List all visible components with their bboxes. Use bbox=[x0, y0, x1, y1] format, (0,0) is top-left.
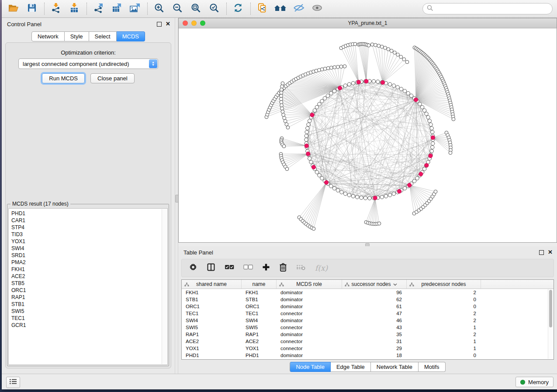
tab-select[interactable]: Select bbox=[89, 31, 117, 41]
mcds-result-list[interactable]: PHD1CAR1STP4TID3YOX1SWI4SRD1PMA2FKH1ACE2… bbox=[8, 208, 168, 365]
network-node[interactable] bbox=[396, 53, 400, 56]
tab-edge-table[interactable]: Edge Table bbox=[331, 362, 371, 372]
network-node[interactable] bbox=[392, 192, 395, 196]
mcds-result-item[interactable]: FKH1 bbox=[11, 266, 26, 273]
table-row[interactable]: FKH1FKH1dominator962 bbox=[182, 289, 554, 296]
column-header-name[interactable]: name bbox=[242, 280, 277, 289]
network-node[interactable] bbox=[323, 67, 327, 71]
network-node[interactable] bbox=[387, 48, 390, 51]
network-node[interactable] bbox=[329, 66, 333, 69]
node-table[interactable]: shared namenameMCDS rolesuccessor nodesp… bbox=[181, 279, 554, 360]
mcds-dominator-node[interactable] bbox=[373, 196, 377, 200]
mcds-dominator-node[interactable] bbox=[306, 152, 310, 156]
mcds-result-item[interactable]: SWI4 bbox=[11, 245, 26, 252]
optimization-criterion-select[interactable]: largest connected component (undirected)… bbox=[18, 58, 158, 69]
mcds-dominator-node[interactable] bbox=[397, 189, 401, 193]
network-node[interactable] bbox=[449, 151, 452, 155]
network-node[interactable] bbox=[280, 85, 284, 88]
mcds-result-item[interactable]: STP4 bbox=[11, 224, 26, 231]
table-row[interactable]: ACE2ACE2connector311 bbox=[182, 338, 554, 345]
export-network-button[interactable] bbox=[91, 2, 106, 16]
network-node[interactable] bbox=[380, 45, 384, 48]
mcds-result-item[interactable]: RAP1 bbox=[11, 294, 26, 301]
zoom-out-button[interactable] bbox=[170, 2, 185, 16]
network-node[interactable] bbox=[280, 100, 283, 104]
network-node[interactable] bbox=[329, 91, 333, 95]
network-node[interactable] bbox=[360, 196, 363, 199]
network-node[interactable] bbox=[425, 112, 428, 116]
network-node[interactable] bbox=[380, 195, 384, 199]
tab-style[interactable]: Style bbox=[65, 31, 89, 41]
network-node[interactable] bbox=[393, 51, 396, 55]
float-panel-icon[interactable] bbox=[157, 22, 162, 27]
hide-selected-button[interactable] bbox=[291, 2, 306, 16]
network-node[interactable] bbox=[343, 65, 346, 68]
network-node[interactable] bbox=[305, 130, 308, 134]
network-node[interactable] bbox=[283, 116, 286, 120]
network-node[interactable] bbox=[280, 88, 284, 91]
network-node[interactable] bbox=[426, 116, 430, 119]
network-node[interactable] bbox=[351, 81, 355, 85]
mcds-dominator-node[interactable] bbox=[414, 98, 418, 102]
mcds-result-item[interactable]: GCR1 bbox=[11, 322, 26, 329]
network-node[interactable] bbox=[315, 105, 318, 109]
network-node[interactable] bbox=[280, 107, 284, 110]
network-node[interactable] bbox=[282, 144, 286, 148]
mcds-dominator-node[interactable] bbox=[425, 163, 429, 167]
network-node[interactable] bbox=[332, 186, 336, 190]
network-node[interactable] bbox=[318, 102, 321, 106]
mcds-result-item[interactable]: SRD1 bbox=[11, 252, 26, 259]
network-node[interactable] bbox=[434, 190, 437, 193]
network-node[interactable] bbox=[452, 117, 455, 121]
network-node[interactable] bbox=[412, 179, 416, 183]
show-panels-button[interactable] bbox=[6, 377, 20, 388]
network-node[interactable] bbox=[372, 79, 375, 83]
mcds-result-item[interactable]: TID3 bbox=[11, 231, 26, 238]
network-node[interactable] bbox=[388, 83, 391, 86]
network-node[interactable] bbox=[280, 97, 283, 101]
network-node[interactable] bbox=[285, 123, 288, 126]
show-column-button[interactable] bbox=[207, 263, 215, 273]
network-node[interactable] bbox=[343, 84, 347, 87]
network-node[interactable] bbox=[336, 189, 339, 192]
import-table-button[interactable] bbox=[67, 2, 82, 16]
network-node[interactable] bbox=[332, 89, 336, 93]
network-node[interactable] bbox=[399, 87, 403, 91]
export-table-button[interactable] bbox=[109, 2, 124, 16]
network-node[interactable] bbox=[307, 123, 310, 126]
export-image-button[interactable] bbox=[128, 2, 142, 16]
mcds-dominator-node[interactable] bbox=[311, 165, 315, 169]
network-node[interactable] bbox=[280, 91, 283, 95]
column-header-successor-nodes[interactable]: successor nodes bbox=[342, 280, 407, 289]
first-neighbors-button[interactable] bbox=[273, 2, 288, 16]
network-node[interactable] bbox=[368, 196, 371, 200]
mcds-dominator-node[interactable] bbox=[419, 172, 423, 176]
mcds-result-item[interactable]: STB5 bbox=[11, 280, 26, 287]
network-node[interactable] bbox=[304, 134, 308, 138]
run-mcds-button[interactable]: Run MCDS bbox=[42, 73, 85, 83]
save-session-button[interactable] bbox=[24, 2, 39, 16]
tab-mcds[interactable]: MCDS bbox=[117, 31, 145, 41]
mcds-dominator-node[interactable] bbox=[310, 113, 314, 117]
mcds-result-item[interactable]: TEC1 bbox=[11, 315, 26, 322]
network-node[interactable] bbox=[323, 96, 326, 100]
select-all-columns-button[interactable] bbox=[225, 264, 234, 272]
open-file-button[interactable] bbox=[6, 2, 21, 16]
table-row[interactable]: SWI4SWI4dominator462 bbox=[182, 317, 554, 324]
mcds-dominator-node[interactable] bbox=[364, 79, 368, 83]
network-node[interactable] bbox=[377, 44, 381, 48]
network-node[interactable] bbox=[285, 167, 289, 171]
mcds-dominator-node[interactable] bbox=[325, 180, 329, 184]
network-window-titlebar[interactable]: YPA_prune.txt_1 bbox=[179, 18, 557, 28]
network-node[interactable] bbox=[340, 190, 343, 194]
network-node[interactable] bbox=[418, 102, 422, 106]
network-node[interactable] bbox=[347, 193, 351, 197]
table-row[interactable]: TEC1TEC1connector472 bbox=[182, 310, 554, 317]
network-node[interactable] bbox=[343, 192, 347, 196]
network-node[interactable] bbox=[326, 94, 329, 97]
mcds-dominator-node[interactable] bbox=[356, 80, 360, 84]
table-row[interactable]: SWI5SWI5connector431 bbox=[182, 324, 554, 331]
search-box[interactable] bbox=[422, 3, 553, 14]
network-node[interactable] bbox=[377, 222, 381, 225]
mcds-result-item[interactable]: PHD1 bbox=[11, 210, 26, 217]
